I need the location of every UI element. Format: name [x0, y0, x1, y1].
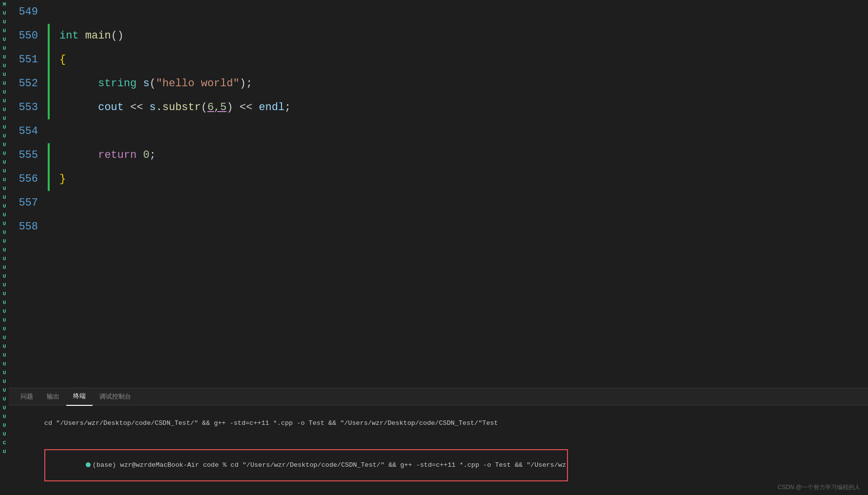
gutter-u-4: U [3, 35, 6, 44]
dot-blue-icon [86, 462, 91, 467]
code-editor[interactable]: 549 550 int main() 551 { 552 string s("h… [9, 0, 868, 388]
terminal-line-1: cd "/Users/wzr/Desktop/code/CSDN_Test/" … [13, 408, 864, 439]
code-line-551: 551 { [9, 48, 868, 72]
code-line-554: 554 [9, 119, 868, 143]
gutter-u-33: U [3, 289, 6, 298]
line-content-554 [50, 119, 868, 143]
gutter-u-7: U [3, 61, 6, 70]
gutter-u-15: U [3, 132, 6, 140]
gutter-u-27: U [3, 237, 6, 246]
gutter-u-8: U [3, 70, 6, 79]
terminal-prompt-text: (base) wzr@wzrdeMacBook-Air code % cd "/… [93, 461, 566, 469]
csdn-watermark: CSDN @一个努力学习编程的人 [777, 483, 860, 492]
terminal-content[interactable]: cd "/Users/wzr/Desktop/code/CSDN_Test/" … [9, 405, 868, 495]
gutter-u-9: U [3, 79, 6, 88]
gutter-u-32: U [3, 281, 6, 289]
gutter-u-38: U [3, 333, 6, 342]
tab-output[interactable]: 输出 [40, 388, 66, 405]
gutter-u-31: U [3, 272, 6, 281]
gutter-u-28: U [3, 246, 6, 254]
line-content-553: cout << s.substr(6,5) << endl; [50, 95, 868, 119]
line-content-551: { [50, 48, 868, 72]
code-line-552: 552 string s("hello world"); [9, 72, 868, 95]
gutter-u-18: U [3, 158, 6, 167]
gutter-u-43: U [3, 377, 6, 386]
gutter-u-20: U [3, 175, 6, 184]
line-content-557 [50, 191, 868, 215]
terminal-tabs: 问题 输出 终端 调试控制台 [9, 388, 868, 405]
gutter-u-42: U [3, 368, 6, 377]
line-number-553: 553 [9, 95, 48, 119]
left-gutter: M U U U U U U U U U U U U U U U U U U U … [0, 0, 9, 495]
gutter-u-49: U [3, 430, 6, 438]
line-number-554: 554 [9, 119, 48, 143]
gutter-u-48: U [3, 421, 6, 430]
tab-terminal[interactable]: 终端 [66, 388, 93, 406]
gutter-u-14: U [3, 123, 6, 132]
line-content-550: int main() [50, 24, 868, 48]
code-line-549: 549 [9, 0, 868, 24]
code-line-558: 558 [9, 215, 868, 239]
gutter-u-12: U [3, 105, 6, 114]
gutter-u-44: U [3, 386, 6, 395]
line-content-552: string s("hello world"); [50, 72, 868, 95]
gutter-u-13: U [3, 114, 6, 123]
line-number-557: 557 [9, 191, 48, 215]
line-content-558 [50, 215, 868, 239]
code-line-557: 557 [9, 191, 868, 215]
gutter-u-40: U [3, 351, 6, 360]
gutter-u-30: U [3, 263, 6, 272]
line-number-551: 551 [9, 48, 48, 72]
gutter-u-35: U [3, 307, 6, 316]
gutter-u-29: U [3, 254, 6, 263]
gutter-u-5: U [3, 44, 6, 53]
editor-container: 549 550 int main() 551 { 552 string s("h… [9, 0, 868, 495]
line-content-549 [50, 0, 868, 24]
line-number-549: 549 [9, 0, 48, 24]
gutter-u-22: U [3, 193, 6, 202]
gutter-u-19: U [3, 167, 6, 175]
gutter-u-17: U [3, 149, 6, 158]
terminal-line-3: world [13, 492, 864, 495]
line-number-550: 550 [9, 24, 48, 48]
gutter-c: C [3, 438, 6, 447]
gutter-m: M [3, 0, 6, 9]
gutter-u-26: U [3, 228, 6, 237]
line-content-555: return 0; [50, 143, 868, 167]
gutter-u-1: U [3, 9, 6, 18]
gutter-u-39: U [3, 342, 6, 351]
line-number-552: 552 [9, 72, 48, 95]
terminal-panel: 问题 输出 终端 调试控制台 cd "/Users/wzr/Desktop/co… [9, 388, 868, 495]
code-line-556: 556 } [9, 167, 868, 191]
gutter-u-47: U [3, 412, 6, 421]
line-content-556: } [50, 167, 868, 191]
gutter-u-21: U [3, 184, 6, 193]
gutter-u-37: U [3, 324, 6, 333]
gutter-u-6: U [3, 53, 6, 61]
code-line-553: 553 cout << s.substr(6,5) << endl; [9, 95, 868, 119]
gutter-u-10: U [3, 88, 6, 96]
gutter-u-46: U [3, 403, 6, 412]
gutter-u-34: U [3, 298, 6, 307]
gutter-u-23: U [3, 202, 6, 210]
terminal-highlighted-block: (base) wzr@wzrdeMacBook-Air code % cd "/… [44, 449, 568, 482]
gutter-u-50: U [3, 447, 6, 456]
gutter-u-25: U [3, 219, 6, 228]
tab-debug-console[interactable]: 调试控制台 [93, 388, 138, 405]
line-number-556: 556 [9, 167, 48, 191]
tab-problems[interactable]: 问题 [14, 388, 40, 405]
terminal-command-text: cd "/Users/wzr/Desktop/code/CSDN_Test/" … [44, 419, 498, 427]
code-line-555: 555 return 0; [9, 143, 868, 167]
gutter-u-3: U [3, 26, 6, 35]
gutter-u-36: U [3, 316, 6, 324]
gutter-u-24: U [3, 210, 6, 219]
line-number-558: 558 [9, 215, 48, 239]
gutter-u-45: U [3, 395, 6, 403]
gutter-u-2: U [3, 18, 6, 26]
gutter-u-11: U [3, 96, 6, 105]
terminal-line-2: (base) wzr@wzrdeMacBook-Air code % cd "/… [13, 439, 864, 492]
gutter-u-41: U [3, 360, 6, 368]
gutter-u-16: U [3, 140, 6, 149]
line-number-555: 555 [9, 143, 48, 167]
code-line-550: 550 int main() [9, 24, 868, 48]
